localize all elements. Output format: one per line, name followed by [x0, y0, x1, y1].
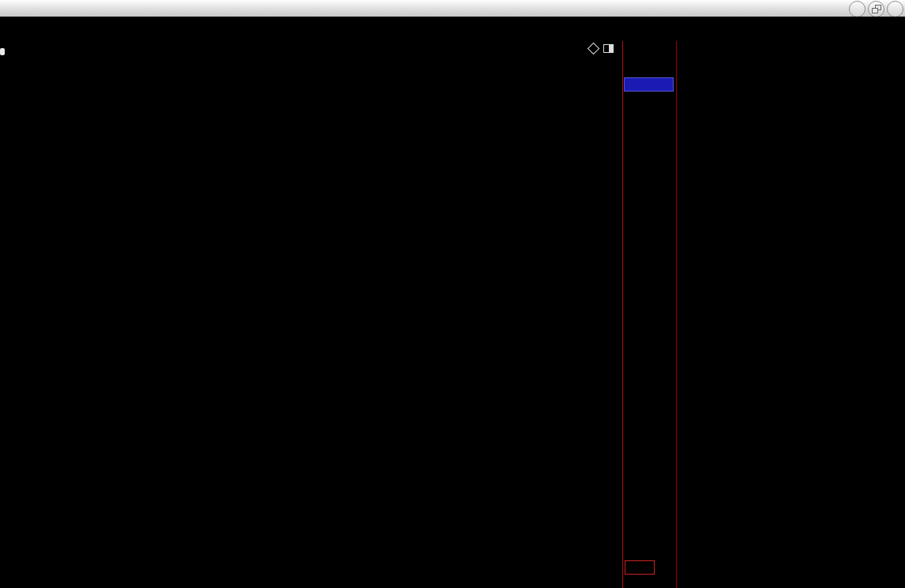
close-button[interactable]: [887, 1, 903, 17]
title-bar[interactable]: [0, 0, 905, 17]
price-badge: [624, 77, 674, 92]
restore-button[interactable]: [868, 1, 884, 17]
chart-topleft-artifact: [0, 48, 5, 55]
price-axis: [622, 41, 677, 588]
trading-app-window: [0, 0, 905, 588]
kline-chart[interactable]: [0, 41, 622, 588]
restore-icon: [872, 5, 881, 13]
titlebar-buttons: [847, 1, 903, 17]
minimize-button[interactable]: [849, 1, 866, 17]
volume-multiplier-label: [625, 560, 655, 575]
quote-panel: [676, 41, 905, 588]
diamond-marker-icon[interactable]: [588, 43, 600, 55]
kline-chart-svg: [0, 41, 622, 588]
watermark: [690, 543, 695, 568]
split-view-icon[interactable]: [603, 44, 614, 53]
toolbar: [0, 17, 905, 42]
